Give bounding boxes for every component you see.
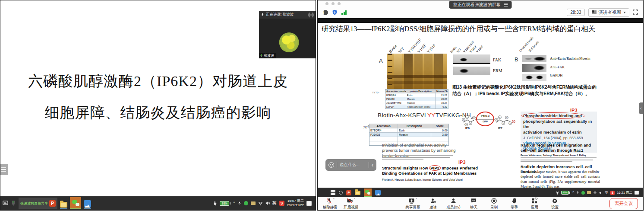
panel-a-label: A — [379, 58, 383, 64]
substrate-label: IP6 — [465, 127, 470, 130]
window-controls[interactable] — [325, 2, 341, 5]
tray-expand-icon[interactable]: ^ — [233, 201, 235, 205]
watching-banner-label: 您正在观看张波波的屏幕 — [453, 2, 501, 8]
toolbar-item-participants[interactable]: 成员(25) — [446, 198, 461, 210]
panel-b-label: B — [515, 56, 518, 63]
emoji-icon[interactable] — [328, 162, 334, 168]
toolbar-item-invite[interactable]: 邀请 — [426, 198, 441, 210]
silver-stain-gel-image — [387, 54, 447, 89]
toolbar-item-label: 解除静音 — [323, 205, 338, 210]
table-cell: A0A2R8Y7M3 — [385, 101, 406, 105]
panel-b-blot-labels: Anti-Ezrin/Radixin/MoesinAnti-FAKGAPDH — [550, 56, 590, 82]
battery-indicator[interactable]: 98% — [220, 201, 230, 206]
chevron-up-icon[interactable]: ^ — [354, 198, 356, 201]
table-cell: Radixin — [406, 101, 436, 105]
shared-system-tray: 98% ^ 英 S 16:21 周二 — [556, 190, 641, 195]
toolbar-item-label: 录制 — [490, 205, 498, 210]
phosphatase-label: DIPP — [478, 120, 492, 123]
search-icon — [339, 191, 343, 195]
leave-meeting-button[interactable]: 离开会议 — [609, 198, 638, 209]
toolbar-item-label: 成员(25) — [446, 205, 460, 210]
wifi-icon[interactable] — [258, 201, 263, 205]
lane-label: Y160/161F — [407, 44, 417, 54]
table-cell — [398, 137, 431, 141]
annotation-tool-icon[interactable] — [11, 200, 16, 206]
sidebar-collapse-tab[interactable]: ‹ — [639, 102, 643, 114]
chat-placeholder[interactable]: 说点什么... — [340, 162, 366, 168]
collapse-chat-icon[interactable]: ‹ — [372, 163, 373, 168]
tray-folder-icon[interactable] — [251, 201, 256, 205]
toolbar-item-record[interactable]: 录制 — [487, 198, 502, 210]
table-cell — [431, 137, 448, 141]
lane-label: Control beads — [518, 43, 529, 54]
fullscreen-button[interactable] — [633, 9, 638, 16]
minimize-window-icon — [331, 2, 335, 5]
shared-screen-content: 研究结果13——IP6K2影响DSS/细胞屏障损伤的作用或与一些含FERM结构域… — [318, 23, 643, 188]
meeting-toolbar: ^ 解除静音 ^ 开启视频 ^ 共享屏幕 邀请 — [318, 197, 643, 210]
ip6-ip7-pathway-diagram: PPPPP PPPPP P IP6K1-3 DIPP IP6 IP7 — [460, 111, 517, 132]
sogou-ime-icon[interactable]: S — [279, 201, 284, 206]
clock-date: 2022/11/22 — [287, 203, 304, 207]
mic-active-icon — [260, 54, 263, 58]
toolbar-item-mic-muted[interactable]: ^ 解除静音 — [323, 198, 338, 210]
svg-text:P: P — [513, 121, 515, 123]
toolbar-item-share-screen[interactable]: ^ 共享屏幕 — [406, 198, 420, 210]
security-shield-icon[interactable] — [332, 10, 338, 15]
mascot-score-table: Accession numberprotein DescriptionMasco… — [385, 89, 448, 109]
table-row: A0A2R8Y7M3Radixin19.27 — [385, 101, 448, 105]
table-cell: Focal adhesion kinase — [406, 105, 436, 109]
powerpoint-icon: P — [346, 190, 351, 195]
clock-time: 16:07 周二 — [287, 199, 304, 203]
notification-center-icon[interactable] — [306, 201, 312, 206]
meeting-window-icon[interactable] — [3, 201, 8, 206]
screen-share-task[interactable]: 张波波的屏幕共享 P — [19, 198, 57, 209]
watching-banner[interactable]: 您正在观看张波波的屏幕 — [449, 1, 512, 9]
citation-title-line1: Phosphoinositide binding and — [523, 113, 594, 119]
svg-text:P: P — [503, 122, 504, 125]
table-cell: 6.32 — [436, 105, 448, 109]
input-method-indicator[interactable]: 英 — [272, 200, 277, 206]
battery-percent: 98% — [220, 201, 229, 206]
taskbar-app-wechat[interactable] — [70, 197, 81, 209]
speaker-icon[interactable] — [265, 201, 270, 205]
speaking-label: 正在讲话: 张波波 — [266, 12, 294, 17]
toolbar-item-label: 共享屏幕 — [406, 205, 420, 210]
clock[interactable]: 16:07 周二 2022/11/22 — [287, 199, 304, 208]
taskbar-app-blue[interactable] — [84, 197, 91, 209]
wifi-icon — [593, 191, 597, 195]
svg-text:P: P — [496, 119, 497, 121]
floating-menu-handle[interactable] — [0, 164, 8, 175]
toolbar-item-chat[interactable]: 聊天 — [467, 198, 481, 210]
toolbar-item-apps[interactable]: 应用 — [527, 198, 542, 210]
left-taskbar: 张波波的屏幕共享 P 98% ^ 英 S — [0, 196, 316, 210]
banner-menu-icon[interactable] — [504, 3, 508, 7]
chevron-up-icon[interactable]: ^ — [416, 198, 417, 201]
toolbar-item-raise-hand[interactable]: 举手 — [507, 198, 522, 210]
toolbar-item-settings[interactable]: 设置 — [548, 198, 562, 210]
speaker-video-tile[interactable]: 正在讲话: 张波波 张波波 — [259, 11, 316, 58]
green-app-tray-icon[interactable] — [244, 201, 248, 205]
table-header-cell: protein Description — [406, 90, 436, 93]
table-header-row: AccessionDescriptionScore — [369, 124, 448, 128]
chevron-up-icon[interactable]: ^ — [333, 198, 335, 201]
toolbar-item-video-off[interactable]: ^ 开启视频 — [344, 198, 358, 210]
radixin-paper-title: Radixin regulates cell migration and cel… — [521, 143, 601, 153]
green-app-tray-icon — [581, 191, 585, 195]
tray-mic-icon[interactable] — [238, 201, 241, 205]
chat-input-bubble[interactable]: 说点什么... ‹ — [325, 159, 376, 171]
meeting-info-icon[interactable]: i — [323, 10, 328, 15]
table-header-cell: Accession — [369, 124, 398, 128]
citation-title-line3: activation mechanism of ezrin — [523, 130, 594, 135]
connection-stats-icon[interactable] — [341, 10, 347, 15]
connection-quality-icon — [308, 13, 314, 16]
windows-start-icon — [331, 190, 335, 195]
notification-center-icon — [635, 191, 639, 195]
pip2-authors: Florian A. Herzog, Lukas Braun, Ingmar S… — [382, 178, 463, 181]
view-mode-button[interactable]: 演讲者视图 — [588, 8, 630, 17]
table-row: P26038Moesin3.99 — [369, 133, 448, 137]
table-header-row: Accession numberprotein DescriptionMasco… — [385, 90, 448, 93]
file-explorer-icon — [355, 191, 360, 195]
participant-nametag: 张波波 — [259, 53, 276, 58]
taskbar-app-explorer[interactable] — [60, 197, 67, 209]
table-cell: 20.87 — [436, 97, 448, 101]
